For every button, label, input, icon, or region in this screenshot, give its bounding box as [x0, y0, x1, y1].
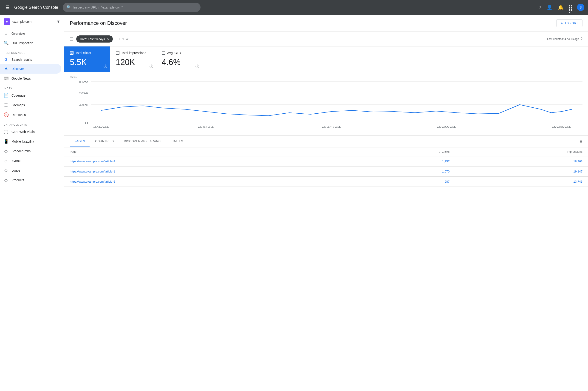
sidebar-section-enhancements: Enhancements — [0, 120, 64, 127]
filter-bar: ☰ Date: Last 28 days ✎ + NEW Last update… — [64, 32, 588, 46]
grid-icon — [569, 5, 573, 9]
url-search-bar[interactable]: 🔍 — [63, 3, 200, 12]
property-icon: e — [4, 18, 10, 25]
breadcrumbs-icon: ◇ — [4, 149, 8, 154]
sidebar-item-logos[interactable]: ◇ Logos — [0, 166, 61, 175]
metric-label: Total clicks — [75, 51, 91, 55]
sidebar-item-label: Removals — [11, 113, 26, 117]
sidebar-item-google-news[interactable]: 📰 Google News — [0, 74, 61, 83]
sidebar-item-discover[interactable]: ✱ Discover — [0, 64, 61, 74]
tab-countries[interactable]: COUNTRIES — [90, 136, 118, 147]
metric-checkbox — [162, 51, 165, 55]
export-button[interactable]: ⬇ EXPORT — [556, 19, 583, 27]
col-header-impressions: Impressions — [455, 147, 588, 156]
sidebar-item-label: URL inspection — [11, 41, 33, 45]
main-content: Performance on Discover ⬇ EXPORT ☰ Date:… — [64, 15, 588, 391]
col-header-clicks[interactable]: ↓ Clicks — [345, 147, 455, 156]
metric-card-total-clicks[interactable]: ✓ Total clicks 5.5K ⓘ — [64, 46, 110, 72]
search-console-icon-btn[interactable]: 👤 — [545, 3, 554, 12]
metric-header: Avg. CTR — [162, 51, 196, 55]
metric-help-icon[interactable]: ⓘ — [104, 64, 107, 69]
sidebar-item-removals[interactable]: 🚫 Removals — [0, 110, 61, 120]
table-row[interactable]: https://www.example.com/article-598713,7… — [64, 177, 588, 187]
sidebar-item-label: Overview — [11, 32, 25, 35]
top-nav: ☰ Google Search Console 🔍 ? 👤 🔔 S — [0, 0, 588, 15]
sidebar-item-breadcrumbs[interactable]: ◇ Breadcrumbs — [0, 146, 61, 156]
apps-icon-btn[interactable] — [567, 3, 575, 11]
metric-header: ✓ Total clicks — [70, 51, 105, 55]
plus-icon: + — [118, 37, 120, 41]
svg-text:334: 334 — [78, 92, 88, 95]
table-section: PAGES COUNTRIES DISCOVER APPEARANCE DATE… — [64, 136, 588, 187]
sidebar-item-events[interactable]: ◇ Events — [0, 156, 61, 166]
sidebar-item-label: Core Web Vitals — [11, 130, 35, 134]
sidebar: e example.com ▼ ⌂ Overview 🔍 URL inspect… — [0, 15, 64, 391]
metric-card-avg-ctr[interactable]: Avg. CTR 4.6% ⓘ — [156, 46, 202, 72]
sidebar-item-mobile-usability[interactable]: 📱 Mobile Usability — [0, 137, 61, 146]
layout: e example.com ▼ ⌂ Overview 🔍 URL inspect… — [0, 15, 588, 391]
col-header-page: Page — [64, 147, 345, 156]
tab-pages[interactable]: PAGES — [70, 136, 90, 147]
property-selector[interactable]: e example.com ▼ — [0, 16, 64, 27]
sidebar-item-label: Search results — [11, 58, 32, 61]
property-name: example.com — [12, 20, 54, 23]
svg-text:2/28/21: 2/28/21 — [552, 125, 571, 128]
sidebar-item-sitemaps[interactable]: ☷ Sitemaps — [0, 100, 61, 110]
table-filter-icon[interactable]: ≡ — [580, 139, 583, 144]
new-filter-label: NEW — [122, 37, 129, 41]
sidebar-item-label: Logos — [11, 169, 20, 172]
logos-icon: ◇ — [4, 168, 8, 173]
table-cell-clicks: 1,257 — [345, 156, 455, 167]
table-header-row: Page ↓ Clicks Impressions — [64, 147, 588, 156]
sidebar-item-url-inspection[interactable]: 🔍 URL inspection — [0, 38, 61, 48]
sidebar-item-label: Breadcrumbs — [11, 149, 31, 153]
nav-icons: ? 👤 🔔 S — [537, 3, 584, 12]
notifications-icon-btn[interactable]: 🔔 — [556, 3, 566, 12]
table-cell-page: https://www.example.com/article-5 — [64, 177, 345, 187]
sidebar-item-search-results[interactable]: G Search results — [0, 55, 61, 64]
table-row[interactable]: https://www.example.com/article-21,25718… — [64, 156, 588, 167]
edit-icon: ✎ — [107, 37, 109, 41]
logo-google: Google — [14, 5, 28, 10]
sidebar-section-performance: Performance — [0, 48, 64, 55]
chart-section: Clicks 500 334 166 0 2/1/21 2/6/21 — [64, 72, 588, 136]
metric-help-icon[interactable]: ⓘ — [149, 64, 153, 69]
tab-dates[interactable]: DATES — [168, 136, 188, 147]
metric-header: Total impressions — [116, 51, 150, 55]
svg-text:2/20/21: 2/20/21 — [437, 125, 456, 128]
filter-icon[interactable]: ☰ — [70, 37, 73, 42]
table-cell-clicks: 1,070 — [345, 167, 455, 177]
help-icon[interactable]: ? — [581, 37, 583, 41]
avatar[interactable]: S — [577, 4, 584, 11]
tab-discover-appearance[interactable]: DISCOVER APPEARANCE — [119, 136, 167, 147]
new-filter-button[interactable]: + NEW — [116, 35, 131, 43]
sidebar-item-overview[interactable]: ⌂ Overview — [0, 29, 61, 38]
metric-card-total-impressions[interactable]: Total impressions 120K ⓘ — [110, 46, 156, 72]
help-icon-btn[interactable]: ? — [537, 3, 543, 12]
svg-text:0: 0 — [85, 122, 88, 125]
table-cell-impressions: 19,147 — [455, 167, 588, 177]
sidebar-item-coverage[interactable]: 📄 Coverage — [0, 91, 61, 100]
logo-search-console: Search Console — [29, 5, 58, 10]
removals-icon: 🚫 — [4, 112, 8, 117]
table-cell-page: https://www.example.com/article-1 — [64, 167, 345, 177]
sidebar-item-label: Products — [11, 178, 24, 182]
mobile-icon: 📱 — [4, 139, 8, 144]
table-row[interactable]: https://www.example.com/article-11,07019… — [64, 167, 588, 177]
url-search-input[interactable] — [73, 5, 197, 9]
sidebar-item-label: Mobile Usability — [11, 140, 34, 143]
page-title: Performance on Discover — [70, 20, 127, 26]
table-cell-page: https://www.example.com/article-2 — [64, 156, 345, 167]
svg-text:2/6/21: 2/6/21 — [198, 125, 214, 128]
sidebar-item-core-web-vitals[interactable]: ◯ Core Web Vitals — [0, 127, 61, 137]
table-tabs: PAGES COUNTRIES DISCOVER APPEARANCE DATE… — [64, 136, 588, 147]
sort-icon: ↓ — [439, 150, 440, 153]
metric-help-icon[interactable]: ⓘ — [196, 64, 199, 69]
sidebar-item-products[interactable]: ◇ Products — [0, 175, 61, 185]
menu-icon[interactable]: ☰ — [4, 3, 11, 12]
date-filter-button[interactable]: Date: Last 28 days ✎ — [76, 35, 113, 43]
col-header-clicks-label: Clicks — [442, 150, 450, 153]
export-label: EXPORT — [565, 21, 578, 25]
sidebar-item-label: Sitemaps — [11, 103, 25, 107]
svg-text:2/14/21: 2/14/21 — [322, 125, 341, 128]
